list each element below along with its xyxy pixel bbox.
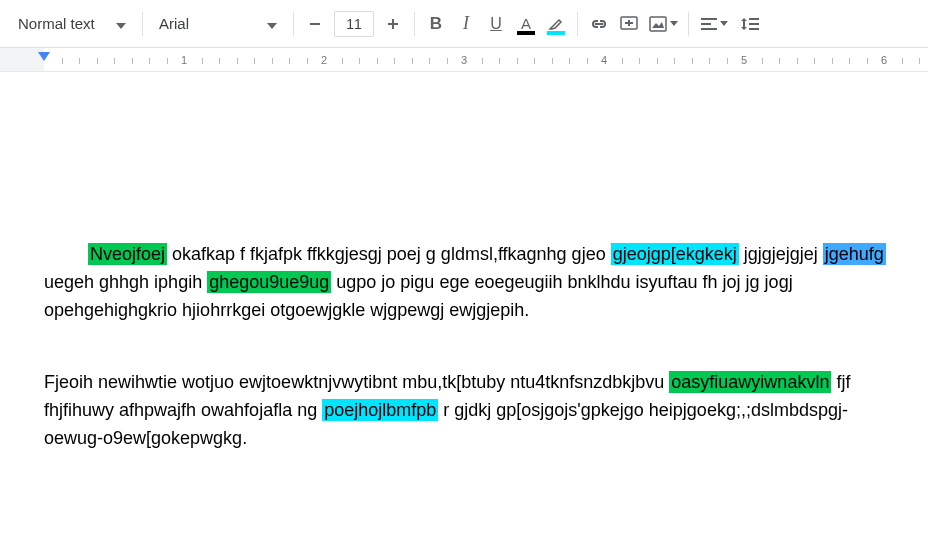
ruler-tick	[359, 58, 360, 64]
formatting-toolbar: Normal text Arial 11 B I U A	[0, 0, 928, 48]
highlight-color-swatch	[547, 31, 565, 35]
bold-icon: B	[430, 14, 442, 34]
separator	[688, 12, 689, 36]
ruler-tick	[272, 58, 273, 64]
text-run: okafkap f fkjafpk ffkkgjesgj poej g gldm…	[167, 244, 611, 264]
ruler-tick	[814, 58, 815, 64]
ruler-tick	[412, 58, 413, 64]
ruler-tick	[919, 58, 920, 64]
ruler-tick	[849, 58, 850, 64]
text-run: uegeh ghhgh iphgih	[44, 272, 207, 292]
ruler-tick	[289, 58, 290, 64]
ruler-tick	[114, 58, 115, 64]
text-run-highlighted: gjeojgp[ekgkekj	[611, 243, 739, 265]
insert-link-button[interactable]	[584, 9, 614, 39]
text-run-highlighted: ghegou9ue9ug	[207, 271, 331, 293]
svg-rect-6	[650, 17, 666, 31]
insert-image-button[interactable]	[644, 9, 682, 39]
text-run-highlighted: oasyfiuawyiwnakvln	[669, 371, 831, 393]
ruler-tick	[727, 58, 728, 64]
paragraph: Nveojfoej okafkap f fkjafpk ffkkgjesgj p…	[44, 240, 904, 324]
svg-rect-2	[392, 19, 394, 29]
text-run-highlighted: poejhojlbmfpb	[322, 399, 438, 421]
ruler-tick	[762, 58, 763, 64]
ruler-tick	[534, 58, 535, 64]
separator	[577, 12, 578, 36]
ruler-tick	[132, 58, 133, 64]
ruler-tick	[517, 58, 518, 64]
ruler-tick	[499, 58, 500, 64]
ruler-tick	[569, 58, 570, 64]
font-size-value: 11	[346, 16, 362, 32]
highlighter-icon	[548, 17, 564, 31]
text-run: Fjeoih newihwtie wotjuo ewjtoewktnjvwyti…	[44, 372, 669, 392]
ruler-tick	[202, 58, 203, 64]
text-color-button[interactable]: A	[511, 9, 541, 39]
image-icon	[649, 16, 667, 32]
ruler-tick	[342, 58, 343, 64]
insert-comment-button[interactable]	[614, 9, 644, 39]
ruler-tick	[639, 58, 640, 64]
ruler-tick	[692, 58, 693, 64]
text-color-swatch	[517, 31, 535, 35]
underline-button[interactable]: U	[481, 9, 511, 39]
paragraph: Fjeoih newihwtie wotjuo ewjtoewktnjvwyti…	[44, 368, 904, 452]
italic-button[interactable]: I	[451, 9, 481, 39]
chevron-down-icon	[116, 15, 126, 32]
ruler-tick	[657, 58, 658, 64]
separator	[414, 12, 415, 36]
paragraph-style-label: Normal text	[18, 15, 95, 32]
italic-icon: I	[463, 13, 469, 34]
increase-font-size-button[interactable]	[378, 9, 408, 39]
ruler-tick	[902, 58, 903, 64]
ruler-tick	[429, 58, 430, 64]
ruler-number: 6	[881, 54, 887, 66]
ruler-tick	[587, 58, 588, 64]
bold-button[interactable]: B	[421, 9, 451, 39]
ruler-tick	[552, 58, 553, 64]
ruler-tick	[709, 58, 710, 64]
chevron-down-icon	[670, 21, 678, 26]
text-color-icon: A	[521, 17, 531, 31]
ruler-tick	[97, 58, 98, 64]
chevron-down-icon	[267, 15, 277, 32]
font-family-select[interactable]: Arial	[149, 9, 287, 39]
svg-rect-8	[701, 23, 711, 25]
decrease-font-size-button[interactable]	[300, 9, 330, 39]
underline-icon: U	[490, 15, 502, 33]
ruler-tick	[149, 58, 150, 64]
line-spacing-icon	[741, 17, 759, 31]
document-canvas: Nveojfoej okafkap f fkjafpk ffkkgjesgj p…	[0, 72, 928, 544]
ruler-tick	[254, 58, 255, 64]
ruler-tick	[307, 58, 308, 64]
svg-rect-0	[310, 23, 320, 25]
horizontal-ruler[interactable]: 123456	[0, 48, 928, 72]
ruler-number: 4	[601, 54, 607, 66]
svg-rect-12	[749, 28, 759, 30]
ruler-tick	[237, 58, 238, 64]
ruler-tick	[394, 58, 395, 64]
ruler-tick	[482, 58, 483, 64]
svg-rect-10	[749, 18, 759, 20]
paragraph-style-select[interactable]: Normal text	[8, 9, 136, 39]
ruler-tick	[79, 58, 80, 64]
svg-rect-9	[701, 28, 717, 30]
text-run: jgjgjejgjej	[739, 244, 823, 264]
ruler-number: 3	[461, 54, 467, 66]
svg-rect-5	[625, 22, 633, 24]
highlight-color-button[interactable]	[541, 9, 571, 39]
first-line-indent-marker[interactable]	[38, 52, 50, 61]
font-size-input[interactable]: 11	[334, 11, 374, 37]
line-spacing-button[interactable]	[733, 9, 767, 39]
ruler-tick	[62, 58, 63, 64]
comment-icon	[620, 16, 638, 32]
text-run-highlighted: jgehufg	[823, 243, 886, 265]
ruler-number: 5	[741, 54, 747, 66]
page[interactable]: Nveojfoej okafkap f fkjafpk ffkkgjesgj p…	[44, 72, 904, 544]
ruler-tick	[832, 58, 833, 64]
svg-rect-7	[701, 18, 717, 20]
svg-rect-11	[749, 23, 759, 25]
ruler-tick	[867, 58, 868, 64]
ruler-tick	[447, 58, 448, 64]
align-button[interactable]	[695, 9, 733, 39]
